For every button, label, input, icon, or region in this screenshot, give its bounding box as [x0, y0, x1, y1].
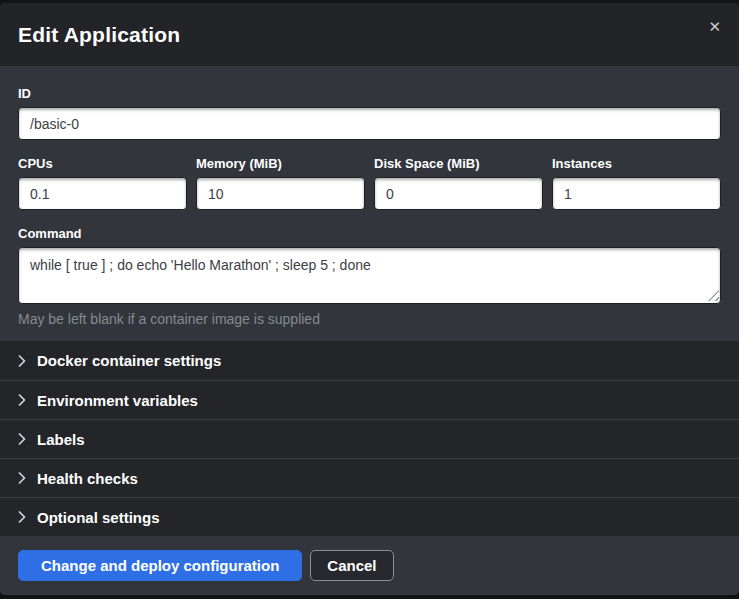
modal-footer: Change and deploy configuration Cancel [0, 536, 739, 595]
disk-input[interactable] [374, 177, 543, 210]
chevron-right-icon [18, 433, 26, 445]
command-textarea-wrap: while [ true ] ; do echo 'Hello Marathon… [18, 247, 721, 304]
section-label: Environment variables [37, 392, 198, 409]
chevron-right-icon [18, 394, 26, 406]
memory-label: Memory (MiB) [196, 156, 365, 171]
close-icon[interactable]: ✕ [704, 17, 725, 36]
chevron-right-icon [18, 511, 26, 523]
section-optional-settings[interactable]: Optional settings [0, 497, 739, 536]
edit-application-modal: Edit Application ✕ ID CPUs Memory (MiB) … [0, 3, 739, 595]
section-label: Optional settings [37, 509, 160, 526]
chevron-right-icon [18, 472, 26, 484]
instances-field-group: Instances [552, 156, 721, 210]
cpus-input[interactable] [18, 177, 187, 210]
section-labels[interactable]: Labels [0, 419, 739, 458]
id-input[interactable] [18, 107, 721, 140]
memory-field-group: Memory (MiB) [196, 156, 365, 210]
id-field-group: ID [18, 86, 721, 140]
section-environment-variables[interactable]: Environment variables [0, 380, 739, 419]
instances-input[interactable] [552, 177, 721, 210]
application-form: ID CPUs Memory (MiB) Disk Space (MiB) In… [0, 66, 739, 341]
disk-field-group: Disk Space (MiB) [374, 156, 543, 210]
section-label: Health checks [37, 470, 138, 487]
instances-label: Instances [552, 156, 721, 171]
memory-input[interactable] [196, 177, 365, 210]
section-docker-container-settings[interactable]: Docker container settings [0, 341, 739, 380]
command-textarea[interactable]: while [ true ] ; do echo 'Hello Marathon… [18, 247, 721, 304]
section-health-checks[interactable]: Health checks [0, 458, 739, 497]
change-and-deploy-button[interactable]: Change and deploy configuration [18, 550, 302, 581]
resources-row: CPUs Memory (MiB) Disk Space (MiB) Insta… [18, 156, 721, 210]
command-help-text: May be left blank if a container image i… [18, 311, 721, 341]
cpus-field-group: CPUs [18, 156, 187, 210]
chevron-right-icon [18, 355, 26, 367]
modal-header: Edit Application ✕ [0, 3, 739, 66]
id-label: ID [18, 86, 721, 101]
command-label: Command [18, 226, 721, 241]
section-label: Docker container settings [37, 352, 221, 369]
disk-label: Disk Space (MiB) [374, 156, 543, 171]
cancel-button[interactable]: Cancel [310, 550, 393, 581]
command-field-group: Command while [ true ] ; do echo 'Hello … [18, 226, 721, 341]
cpus-label: CPUs [18, 156, 187, 171]
collapsible-sections: Docker container settings Environment va… [0, 341, 739, 536]
modal-title: Edit Application [18, 23, 180, 47]
section-label: Labels [37, 431, 85, 448]
